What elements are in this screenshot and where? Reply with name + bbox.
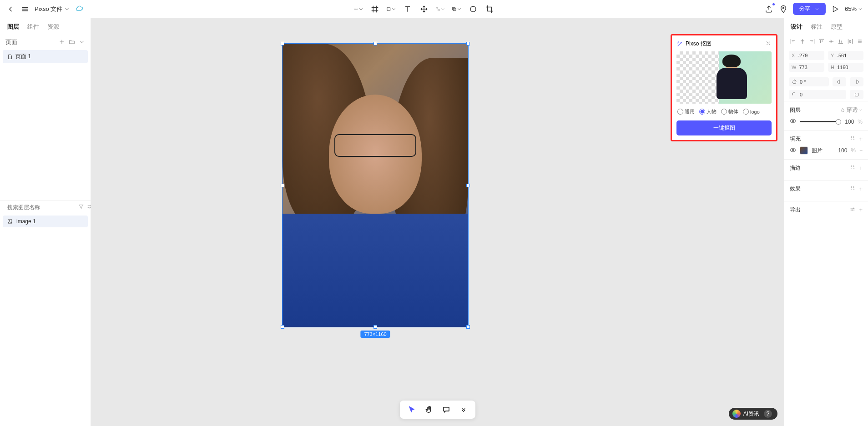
- boolean-tool[interactable]: [452, 4, 462, 14]
- tab-design[interactable]: 设计: [791, 23, 802, 31]
- align-right[interactable]: [808, 37, 816, 45]
- pos-x[interactable]: X-279: [789, 51, 824, 60]
- add-stroke[interactable]: +: [859, 165, 863, 171]
- size-h[interactable]: H1160: [828, 63, 863, 72]
- resize-handle-bm[interactable]: [373, 325, 377, 329]
- more-align[interactable]: [856, 37, 863, 45]
- corner-radius[interactable]: 0: [789, 90, 846, 99]
- tab-assets[interactable]: 资源: [47, 23, 59, 31]
- svg-rect-12: [855, 93, 858, 96]
- filter-icon[interactable]: [78, 204, 84, 211]
- svg-rect-4: [454, 8, 456, 11]
- menu-button[interactable]: [20, 4, 30, 14]
- tab-components[interactable]: 组件: [27, 23, 39, 31]
- resize-handle-tr[interactable]: [466, 42, 470, 45]
- zoom-control[interactable]: 65%: [845, 5, 863, 12]
- back-button[interactable]: [5, 4, 15, 14]
- remove-fill[interactable]: −: [859, 147, 863, 154]
- resize-handle-tm[interactable]: [373, 42, 377, 45]
- help-icon[interactable]: ?: [764, 410, 772, 418]
- right-panel: 设计 标注 原型 X-279 Y-561 W773 H1160 0 ° 0: [784, 18, 868, 426]
- align-top[interactable]: [818, 37, 825, 45]
- crop-tool[interactable]: [484, 4, 495, 14]
- tab-layers[interactable]: 图层: [7, 23, 19, 31]
- align-left[interactable]: [789, 37, 797, 45]
- share-button[interactable]: 分享: [793, 3, 826, 15]
- tab-prototype[interactable]: 原型: [831, 23, 843, 31]
- watermark-logo-icon: [732, 410, 741, 418]
- resize-handle-mr[interactable]: [466, 184, 470, 187]
- independent-corners[interactable]: [850, 90, 863, 99]
- koutu-action-button[interactable]: 一键抠图: [676, 120, 772, 135]
- rotate-icon: [792, 79, 797, 85]
- radio-object[interactable]: 物体: [721, 108, 738, 115]
- fill-swatch[interactable]: [800, 146, 808, 155]
- layer-item-image1[interactable]: image 1: [3, 216, 88, 227]
- export-icon[interactable]: [764, 4, 774, 14]
- resize-handle-tl[interactable]: [281, 42, 284, 45]
- rotation-input[interactable]: 0 °: [789, 77, 829, 86]
- koutu-close-button[interactable]: [765, 40, 772, 48]
- opacity-unit: %: [858, 119, 863, 125]
- tab-annotate[interactable]: 标注: [811, 23, 823, 31]
- fill-type[interactable]: 图片: [812, 147, 823, 155]
- canvas[interactable]: 773×1160 Pixso 抠图 通用 人物 物体 logo 一键抠图: [91, 18, 784, 426]
- flip-h[interactable]: [833, 77, 846, 86]
- pointer-tool[interactable]: [406, 404, 417, 415]
- effect-styles-icon[interactable]: [850, 185, 855, 192]
- add-tool[interactable]: [353, 4, 363, 14]
- blend-mode[interactable]: 穿透: [840, 106, 863, 114]
- size-w[interactable]: W773: [789, 63, 824, 72]
- page-item-1[interactable]: 页面 1: [3, 50, 88, 63]
- circle-tool[interactable]: [468, 4, 478, 14]
- fill-styles-icon[interactable]: [850, 135, 855, 142]
- koutu-header: Pixso 抠图: [676, 40, 772, 48]
- resize-handle-br[interactable]: [466, 325, 470, 329]
- location-icon[interactable]: [778, 4, 788, 14]
- distribute-h[interactable]: [846, 37, 854, 45]
- opacity-value[interactable]: 100: [845, 119, 854, 125]
- flip-v[interactable]: [850, 77, 863, 86]
- export-settings-icon[interactable]: [850, 206, 855, 213]
- fill-opacity[interactable]: 100: [838, 147, 847, 154]
- align-hcenter[interactable]: [798, 37, 806, 45]
- radio-general[interactable]: 通用: [677, 108, 695, 115]
- selection-frame[interactable]: 773×1160: [282, 43, 469, 327]
- fill-visibility[interactable]: [790, 147, 796, 155]
- more-tools[interactable]: [458, 404, 469, 415]
- frame-tool[interactable]: [370, 4, 380, 14]
- svg-point-21: [851, 168, 852, 169]
- page-name: 页面 1: [15, 53, 31, 60]
- play-button[interactable]: [830, 4, 840, 14]
- rotation-row: 0 °: [784, 75, 868, 88]
- cloud-sync-icon[interactable]: [74, 4, 84, 14]
- shape-tool[interactable]: [386, 4, 396, 14]
- add-export[interactable]: +: [859, 206, 863, 213]
- resize-handle-bl[interactable]: [281, 325, 284, 329]
- file-name[interactable]: Pixso 文件: [35, 5, 70, 13]
- add-fill[interactable]: +: [859, 135, 863, 142]
- radio-logo[interactable]: logo: [743, 108, 760, 115]
- visibility-toggle[interactable]: [790, 118, 796, 125]
- page-folder-icon[interactable]: [69, 39, 75, 46]
- align-vcenter[interactable]: [827, 37, 835, 45]
- opacity-slider[interactable]: [800, 121, 841, 122]
- move-tool[interactable]: [419, 4, 429, 14]
- svg-point-19: [851, 166, 852, 167]
- component-tool[interactable]: [435, 4, 445, 14]
- text-tool[interactable]: [403, 4, 413, 14]
- add-page-button[interactable]: [59, 39, 65, 46]
- layer-search: [0, 200, 91, 214]
- collapse-pages-button[interactable]: [79, 39, 85, 46]
- stroke-styles-icon[interactable]: [850, 165, 855, 171]
- chevron-down-icon: [64, 6, 70, 12]
- resize-handle-ml[interactable]: [281, 184, 284, 187]
- hand-tool[interactable]: [424, 404, 434, 415]
- add-effect[interactable]: +: [859, 185, 863, 192]
- svg-rect-3: [453, 7, 455, 10]
- comment-tool[interactable]: [441, 404, 452, 415]
- radio-person[interactable]: 人物: [699, 108, 717, 115]
- pos-y[interactable]: Y-561: [828, 51, 863, 60]
- layer-search-input[interactable]: [7, 204, 76, 210]
- align-bottom[interactable]: [837, 37, 844, 45]
